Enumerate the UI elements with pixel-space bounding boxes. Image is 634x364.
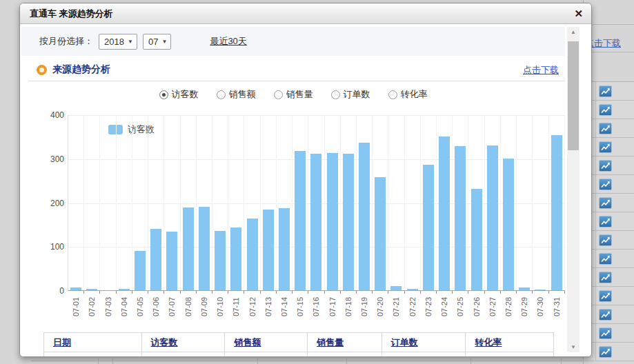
table-cell <box>308 352 382 356</box>
bar-07-04[interactable] <box>119 289 130 290</box>
scrollbar-thumb[interactable] <box>568 41 579 150</box>
bar-07-15[interactable] <box>295 151 306 290</box>
month-select[interactable]: 07 ▼ <box>143 34 171 50</box>
bar-07-06[interactable] <box>150 229 161 290</box>
chart-category: 07-22 <box>405 115 421 290</box>
bar-07-12[interactable] <box>247 219 258 290</box>
bar-07-05[interactable] <box>135 251 146 290</box>
divider <box>28 81 565 81</box>
line-chart-icon[interactable] <box>599 272 612 283</box>
line-chart-icon[interactable] <box>599 253 612 265</box>
bar-07-30[interactable] <box>535 290 546 290</box>
table-cell <box>382 352 466 356</box>
bar-07-17[interactable] <box>327 153 338 291</box>
year-select[interactable]: 2018 ▼ <box>99 34 137 50</box>
line-chart-icon[interactable] <box>599 197 612 209</box>
x-axis-label: 07-27 <box>488 292 497 322</box>
column-header-link[interactable]: 转化率 <box>475 336 502 349</box>
chart-category: 07-31 <box>549 115 565 290</box>
line-chart-icon[interactable] <box>599 327 612 339</box>
close-icon[interactable]: ✕ <box>574 3 583 24</box>
chart-category: 07-19 <box>357 115 373 290</box>
bar-07-27[interactable] <box>487 145 498 290</box>
line-chart-icon[interactable] <box>599 234 612 246</box>
bar-07-18[interactable] <box>343 154 354 290</box>
column-header-link[interactable]: 访客数 <box>151 336 178 349</box>
visitors-bar-chart: 4003002001000 访客数 07-0107-0207-0307-0407… <box>42 110 566 332</box>
section-bullet-icon <box>37 65 47 75</box>
recent-30-days-link[interactable]: 最近30天 <box>210 35 246 48</box>
bar-07-28[interactable] <box>503 159 514 290</box>
bar-07-23[interactable] <box>423 165 434 290</box>
metric-radio-访客数[interactable]: 访客数 <box>159 88 199 101</box>
x-axis-label: 07-05 <box>135 292 145 322</box>
chart-category: 07-09 <box>197 115 212 290</box>
column-header-link[interactable]: 日期 <box>53 336 71 349</box>
metric-radio-订单数[interactable]: 订单数 <box>331 88 370 101</box>
line-chart-icon[interactable] <box>599 141 612 153</box>
bg-table-border <box>561 358 562 364</box>
bar-07-31[interactable] <box>551 135 562 290</box>
bg-cell-border <box>595 101 596 119</box>
dialog-titlebar: 直通车 来源趋势分析 ✕ <box>20 3 591 24</box>
bar-07-10[interactable] <box>215 231 226 290</box>
chart-category: 07-21 <box>388 115 404 290</box>
bar-07-20[interactable] <box>375 177 386 291</box>
line-chart-icon[interactable] <box>599 309 612 321</box>
line-chart-icon[interactable] <box>599 346 612 358</box>
bg-cell-border <box>595 194 596 212</box>
bar-07-14[interactable] <box>279 208 290 290</box>
line-chart-icon[interactable] <box>599 104 612 116</box>
bar-07-29[interactable] <box>519 287 530 291</box>
x-axis-label: 07-01 <box>71 292 81 322</box>
bar-07-26[interactable] <box>471 189 482 290</box>
bar-07-08[interactable] <box>183 208 194 290</box>
chart-category: 07-26 <box>468 115 484 290</box>
column-header-访客数: 访客数 <box>142 333 226 352</box>
bg-cell-border <box>595 119 596 137</box>
metric-radio-销售量[interactable]: 销售量 <box>274 88 313 101</box>
line-chart-icon[interactable] <box>599 123 612 134</box>
line-chart-icon[interactable] <box>599 216 612 228</box>
x-axis-label: 07-26 <box>472 292 482 322</box>
x-axis-label: 07-22 <box>408 292 417 322</box>
bg-table-border <box>98 358 99 364</box>
chart-category: 07-13 <box>261 115 277 290</box>
line-chart-icon[interactable] <box>599 290 612 302</box>
column-header-link[interactable]: 订单数 <box>391 336 418 349</box>
scroll-up-icon[interactable]: ▲ <box>567 27 579 37</box>
bg-cell-border <box>595 156 596 174</box>
bar-07-02[interactable] <box>86 289 97 290</box>
bar-07-01[interactable] <box>70 287 81 291</box>
bar-07-19[interactable] <box>359 143 370 290</box>
x-axis-label: 07-03 <box>103 292 113 322</box>
x-axis-label: 07-21 <box>391 292 401 322</box>
bg-table-border <box>346 358 347 364</box>
bg-cell-border <box>595 231 596 249</box>
column-header-link[interactable]: 销售额 <box>234 336 261 349</box>
bar-07-25[interactable] <box>455 146 466 290</box>
bar-07-07[interactable] <box>166 232 177 290</box>
metric-radio-销售额[interactable]: 销售额 <box>217 88 256 101</box>
bar-07-22[interactable] <box>407 289 418 290</box>
month-filter-label: 按月份选择： <box>39 35 93 48</box>
download-link[interactable]: 点击下载 <box>523 64 559 77</box>
bar-07-09[interactable] <box>199 207 210 290</box>
bar-07-21[interactable] <box>390 286 402 290</box>
bar-07-16[interactable] <box>310 154 321 290</box>
bar-07-13[interactable] <box>263 210 274 290</box>
radio-icon <box>217 90 226 99</box>
metric-radio-转化率[interactable]: 转化率 <box>388 88 428 101</box>
column-header-转化率: 转化率 <box>466 333 553 352</box>
bar-07-11[interactable] <box>230 228 241 290</box>
vertical-scrollbar[interactable]: ▲ ▼ <box>567 27 579 352</box>
column-header-link[interactable]: 销售量 <box>317 336 344 349</box>
scroll-down-icon[interactable]: ▼ <box>567 342 579 352</box>
line-chart-icon[interactable] <box>599 160 612 172</box>
x-axis-label: 07-17 <box>328 292 337 322</box>
line-chart-icon[interactable] <box>599 85 612 97</box>
bar-07-24[interactable] <box>439 136 450 290</box>
line-chart-icon[interactable] <box>599 179 612 190</box>
section-title: 来源趋势分析 <box>52 63 110 76</box>
bg-cell-border <box>595 175 596 193</box>
